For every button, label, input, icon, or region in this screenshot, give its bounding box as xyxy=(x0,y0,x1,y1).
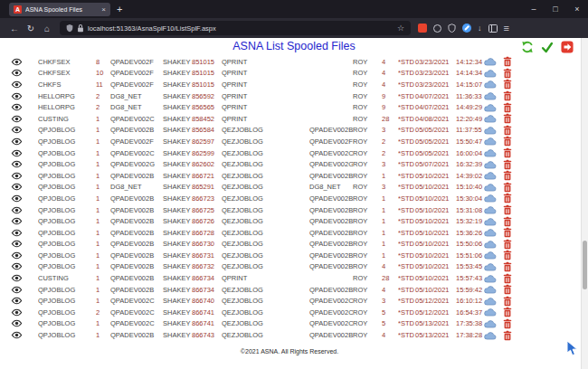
download-button[interactable] xyxy=(483,126,503,135)
view-spooled-file-button[interactable] xyxy=(11,331,38,339)
reload-icon[interactable]: ↻ xyxy=(23,21,39,36)
download-button[interactable] xyxy=(483,262,503,271)
view-spooled-file-button[interactable] xyxy=(11,172,38,180)
back-icon[interactable]: ← xyxy=(6,21,23,36)
view-spooled-file-button[interactable] xyxy=(11,183,38,191)
delete-button[interactable] xyxy=(503,261,521,272)
view-spooled-file-button[interactable] xyxy=(11,80,38,89)
view-spooled-file-button[interactable] xyxy=(11,92,38,100)
download-button[interactable] xyxy=(483,57,503,66)
delete-button[interactable] xyxy=(503,102,521,113)
delete-button[interactable] xyxy=(503,159,521,170)
view-spooled-file-button[interactable] xyxy=(11,229,38,237)
shield-icon[interactable] xyxy=(66,24,73,33)
view-spooled-file-button[interactable] xyxy=(11,319,38,327)
delete-button[interactable] xyxy=(503,113,521,124)
extension-icon[interactable] xyxy=(418,24,427,33)
download-button[interactable] xyxy=(483,91,503,100)
view-spooled-file-button[interactable] xyxy=(11,126,38,134)
scrollbar-thumb[interactable] xyxy=(583,241,587,289)
download-button[interactable] xyxy=(483,137,503,146)
url-bar[interactable]: localhost:51363/AsnaSplF10/ListSplF.aspx… xyxy=(60,21,411,35)
delete-button[interactable] xyxy=(503,90,521,101)
close-button[interactable]: × xyxy=(566,0,588,18)
delete-button[interactable] xyxy=(503,79,521,90)
view-spooled-file-button[interactable] xyxy=(11,206,38,214)
download-button[interactable] xyxy=(483,148,503,157)
view-spooled-file-button[interactable] xyxy=(11,251,38,260)
delete-button[interactable] xyxy=(503,239,521,250)
lock-icon[interactable] xyxy=(77,24,84,33)
delete-button[interactable] xyxy=(503,56,521,67)
bookmark-star-icon[interactable]: ☆ xyxy=(397,24,404,33)
delete-button[interactable] xyxy=(503,318,521,329)
download-button[interactable] xyxy=(483,160,503,169)
view-spooled-file-button[interactable] xyxy=(11,137,38,146)
tab-close-icon[interactable]: × xyxy=(101,5,106,14)
download-button[interactable] xyxy=(483,319,503,328)
download-button[interactable] xyxy=(483,240,503,249)
home-icon[interactable]: ⌂ xyxy=(39,21,55,36)
view-spooled-file-button[interactable] xyxy=(11,160,38,168)
delete-button[interactable] xyxy=(503,68,521,79)
delete-button[interactable] xyxy=(503,273,521,284)
download-button[interactable] xyxy=(483,194,503,203)
view-spooled-file-button[interactable] xyxy=(11,103,38,111)
delete-button[interactable] xyxy=(503,307,521,317)
vertical-scrollbar[interactable] xyxy=(581,38,588,369)
confirm-check-button[interactable] xyxy=(541,41,554,53)
account-icon[interactable] xyxy=(433,24,441,33)
delete-button[interactable] xyxy=(503,227,521,238)
delete-button[interactable] xyxy=(503,250,521,260)
tracking-shield-icon[interactable] xyxy=(448,24,456,33)
maximize-button[interactable]: □ xyxy=(545,0,566,18)
exit-logout-button[interactable] xyxy=(561,41,574,53)
view-spooled-file-button[interactable] xyxy=(11,69,38,77)
view-spooled-file-button[interactable] xyxy=(11,286,38,294)
download-button[interactable] xyxy=(483,331,503,340)
delete-button[interactable] xyxy=(503,136,521,147)
download-button[interactable] xyxy=(483,228,503,237)
view-spooled-file-button[interactable] xyxy=(11,194,38,203)
link-icon[interactable] xyxy=(462,24,471,33)
download-button[interactable] xyxy=(483,297,503,306)
view-spooled-file-button[interactable] xyxy=(11,149,38,157)
view-spooled-file-button[interactable] xyxy=(11,217,38,225)
delete-button[interactable] xyxy=(503,170,521,181)
delete-button[interactable] xyxy=(503,296,521,307)
download-button[interactable] xyxy=(483,205,503,214)
refresh-list-button[interactable] xyxy=(521,41,534,53)
view-spooled-file-button[interactable] xyxy=(11,274,38,282)
download-button[interactable] xyxy=(483,217,503,226)
download-button[interactable] xyxy=(483,183,503,192)
download-button[interactable] xyxy=(483,171,503,180)
new-tab-button[interactable]: + xyxy=(117,4,122,14)
sidebar-icon[interactable] xyxy=(488,24,498,33)
save-page-icon[interactable]: ↓ xyxy=(478,24,482,33)
view-spooled-file-button[interactable] xyxy=(11,115,38,123)
delete-button[interactable] xyxy=(503,193,521,203)
download-button[interactable] xyxy=(483,114,503,123)
view-spooled-file-button[interactable] xyxy=(11,297,38,305)
delete-button[interactable] xyxy=(503,204,521,215)
minimize-button[interactable]: – xyxy=(523,0,545,18)
download-button[interactable] xyxy=(483,274,503,283)
delete-button[interactable] xyxy=(503,182,521,193)
view-spooled-file-button[interactable] xyxy=(11,308,38,317)
delete-button[interactable] xyxy=(503,284,521,295)
delete-button[interactable] xyxy=(503,125,521,136)
browser-tab[interactable]: A ASNA Spooled Files × xyxy=(9,3,110,16)
download-button[interactable] xyxy=(483,308,503,317)
download-button[interactable] xyxy=(483,80,503,89)
download-button[interactable] xyxy=(483,251,503,260)
download-button[interactable] xyxy=(483,69,503,78)
view-spooled-file-button[interactable] xyxy=(11,240,38,248)
download-button[interactable] xyxy=(483,103,503,112)
delete-button[interactable] xyxy=(503,216,521,227)
view-spooled-file-button[interactable] xyxy=(11,262,38,270)
view-spooled-file-button[interactable] xyxy=(11,58,38,66)
download-button[interactable] xyxy=(483,285,503,294)
menu-icon[interactable]: ≡ xyxy=(504,23,509,33)
delete-button[interactable] xyxy=(503,147,521,158)
delete-button[interactable] xyxy=(503,330,521,341)
